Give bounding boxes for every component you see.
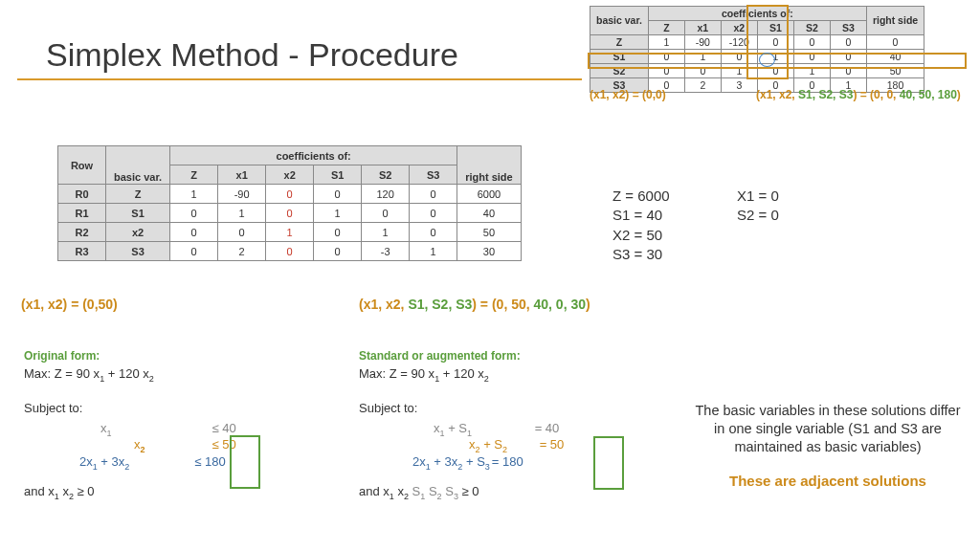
table-row: S200101050: [590, 64, 924, 78]
soln-next-short: (x1, x2) = (0,50): [21, 297, 118, 312]
solution-values-right: X1 = 0S2 = 0: [737, 187, 779, 226]
col-basicvar: basic var.: [106, 146, 170, 185]
col-row: Row: [58, 146, 106, 185]
title-underline: [17, 78, 582, 80]
constraint-box-original: [230, 435, 260, 489]
table-row: R3S30200-3130: [58, 242, 522, 261]
col-rs: right side: [457, 146, 522, 185]
table-row: R0Z1-900012006000: [58, 185, 522, 204]
constraint-box-standard: [593, 436, 624, 490]
col-coef: coefficients of:: [648, 7, 866, 21]
page-title: Simplex Method - Procedure: [46, 36, 458, 74]
table-row: R2x200101050: [58, 223, 522, 242]
table-row: Z1-90-1200000: [590, 35, 924, 50]
solution-values-left: Z = 6000S1 = 40X2 = 50S3 = 30: [612, 187, 670, 264]
soln-initial-full: (x1, x2, S1, S2, S3) = (0, 0, 40, 50, 18…: [756, 88, 961, 101]
soln-initial-short: (x1, x2) = (0,0): [590, 88, 666, 101]
adjacent-solutions-label: These are adjacent solutions: [689, 472, 967, 491]
original-form: Original form: Max: Z = 90 x1 + 120 x2 S…: [24, 349, 236, 501]
table-row: R1S101010040: [58, 204, 522, 223]
next-tableau: Rowbasic var.coefficients of:right side …: [57, 145, 522, 261]
col-rs: right side: [866, 7, 924, 35]
table-row: S101010040: [590, 50, 924, 64]
col-coef: coefficients of:: [170, 146, 457, 165]
col-basicvar: basic var.: [590, 7, 649, 35]
initial-tableau: basic var.coefficients of:right side Zx1…: [590, 6, 924, 93]
standard-form: Standard or augmented form: Max: Z = 90 …: [359, 349, 564, 501]
soln-next-full: (x1, x2, S1, S2, S3) = (0, 50, 40, 0, 30…: [359, 297, 590, 312]
conclusion-text: The basic variables in these solutions d…: [689, 402, 967, 490]
